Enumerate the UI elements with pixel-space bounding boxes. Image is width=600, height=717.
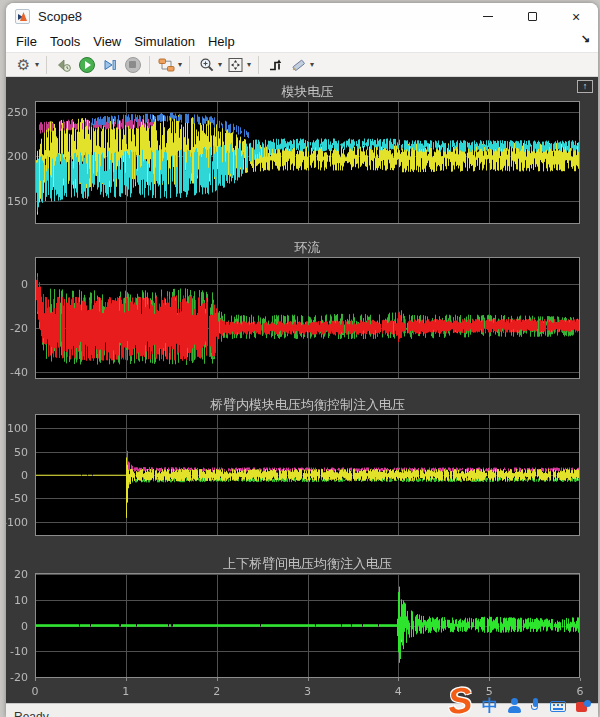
stop-button[interactable] xyxy=(122,54,143,75)
close-button[interactable]: × xyxy=(554,3,598,30)
ime-language-mode[interactable]: 中 xyxy=(482,697,498,715)
toolbar-separator xyxy=(258,56,259,74)
play-icon xyxy=(79,57,95,73)
window-title: Scope8 xyxy=(38,9,82,24)
measurements-dropdown-caret-icon[interactable]: ▾ xyxy=(310,60,314,69)
toolbar-separator xyxy=(189,56,190,74)
ime-person-icon[interactable] xyxy=(508,698,521,714)
run-button[interactable] xyxy=(76,54,97,75)
plot3-title: 桥臂内模块电压均衡控制注入电压 xyxy=(35,396,580,414)
menu-file[interactable]: File xyxy=(11,34,42,49)
menu-bar: File Tools View Simulation Help ↘ xyxy=(6,30,598,52)
ime-microphone-icon[interactable] xyxy=(531,698,540,714)
signal-selector-dropdown-caret-icon[interactable]: ▾ xyxy=(178,60,182,69)
gear-icon: ⚙ xyxy=(17,57,30,72)
title-bar: Scope8 × xyxy=(6,3,598,30)
menu-view[interactable]: View xyxy=(88,34,126,49)
measurements-pencil-icon xyxy=(290,57,307,73)
toolbar-separator xyxy=(46,56,47,74)
step-back-button[interactable] xyxy=(53,54,74,75)
toolbar: ⚙ ▾ xyxy=(6,52,598,77)
ime-toolbox-icon[interactable] xyxy=(576,700,591,713)
fit-to-view-dropdown-caret-icon[interactable]: ▾ xyxy=(247,60,251,69)
minimize-button[interactable] xyxy=(466,3,510,30)
status-text: Ready xyxy=(14,710,49,717)
zoom-in-icon xyxy=(199,57,215,73)
fit-to-view-button[interactable] xyxy=(225,54,246,75)
step-back-icon xyxy=(55,57,72,73)
dock-scope-button[interactable]: ↑ xyxy=(577,80,593,93)
toolbar-separator xyxy=(149,56,150,74)
zoom-button[interactable] xyxy=(196,54,217,75)
measurements-button[interactable] xyxy=(288,54,309,75)
scope-window: Scope8 × File Tools View Simulation Help… xyxy=(6,3,598,717)
menu-tools[interactable]: Tools xyxy=(45,34,85,49)
maximize-button[interactable] xyxy=(510,3,554,30)
scope-plots-canvas xyxy=(6,77,598,703)
step-forward-button[interactable] xyxy=(99,54,120,75)
settings-button[interactable]: ⚙ xyxy=(13,54,34,75)
menu-help[interactable]: Help xyxy=(203,34,240,49)
simulink-scope-icon xyxy=(15,9,30,24)
zoom-dropdown-caret-icon[interactable]: ▾ xyxy=(218,60,222,69)
ime-keyboard-icon[interactable] xyxy=(550,701,566,712)
plot4-title: 上下桥臂间电压均衡注入电压 xyxy=(35,555,580,573)
plot1-title: 模块电压 xyxy=(35,83,580,101)
signal-selector-button[interactable] xyxy=(156,54,177,75)
settings-dropdown-caret-icon[interactable]: ▾ xyxy=(35,60,39,69)
ime-toolbar: S 中 xyxy=(448,684,600,717)
scope-display-area: 模块电压 环流 桥臂内模块电压均衡控制注入电压 上下桥臂间电压均衡注入电压 ↑ xyxy=(6,77,598,703)
trigger-button[interactable] xyxy=(265,54,286,75)
ime-logo-icon[interactable]: S xyxy=(446,683,473,717)
plot2-title: 环流 xyxy=(35,239,580,257)
fit-to-view-icon xyxy=(227,57,244,73)
screen: Scope8 × File Tools View Simulation Help… xyxy=(0,0,600,717)
step-forward-icon xyxy=(102,57,117,73)
stop-icon xyxy=(125,57,141,73)
menu-overflow-arrow-icon[interactable]: ↘ xyxy=(581,32,590,45)
trigger-icon xyxy=(268,57,284,73)
signal-selector-icon xyxy=(158,57,176,73)
menu-simulation[interactable]: Simulation xyxy=(129,34,200,49)
